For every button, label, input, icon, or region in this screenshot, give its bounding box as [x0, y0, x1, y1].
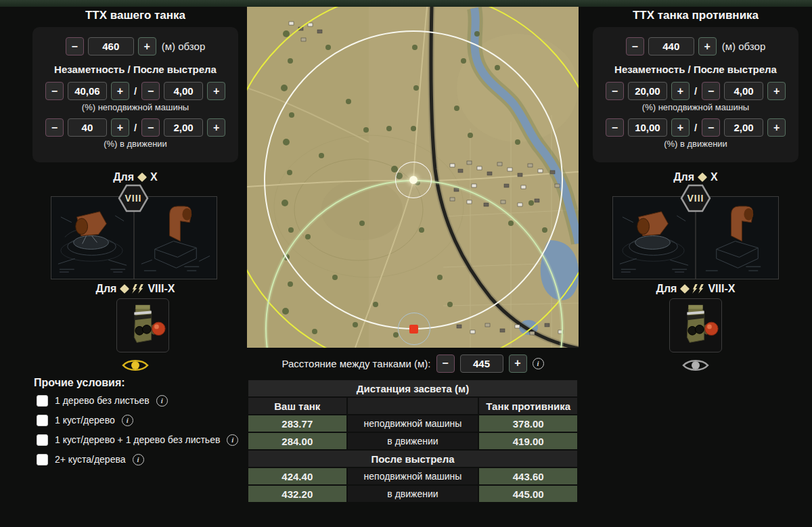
- your-stationary-aftershot-input[interactable]: 4,00: [164, 82, 203, 100]
- empty-column-header: [348, 398, 478, 414]
- for-label: Для: [96, 283, 117, 295]
- your-tank-stats-panel: − 460 + (м) обзор Незаметность / После в…: [32, 27, 238, 162]
- distance-plus-button[interactable]: +: [509, 354, 527, 373]
- your-view-range-input[interactable]: 460: [88, 37, 134, 55]
- enemy-equip-tier-x-line: Для X: [587, 171, 804, 183]
- enemy-tank-marker[interactable]: [409, 325, 418, 334]
- your-directive-thumbnail[interactable]: [116, 298, 169, 352]
- directive-item-icon: [670, 299, 721, 352]
- enemy-view-range-input[interactable]: 440: [648, 37, 694, 55]
- eye-active-icon: [120, 357, 150, 373]
- your-stationary-camo-plus-button[interactable]: +: [111, 82, 129, 100]
- enemy-stationary-camo-plus-button[interactable]: +: [671, 82, 690, 100]
- your-moving-aftershot-minus-button[interactable]: −: [141, 118, 160, 137]
- enemy-moving-camo-input[interactable]: 10,00: [628, 118, 667, 137]
- info-icon[interactable]: i: [533, 358, 544, 369]
- your-tank-marker[interactable]: [409, 176, 418, 184]
- enemy-stationary-caption: (%) неподвижной машины: [642, 102, 749, 112]
- table-row: 283.77 неподвижной машины 378.00: [248, 415, 577, 432]
- diamond-icon: [698, 173, 707, 182]
- table-title: Дистанция засвета (м): [248, 380, 577, 396]
- condition-checkbox-two-bushes[interactable]: [37, 454, 48, 465]
- your-stationary-camo-input[interactable]: 40,06: [68, 82, 107, 100]
- condition-row: 1 куст/дерево + 1 дерево без листьев i: [37, 433, 238, 446]
- your-moving-aftershot-plus-button[interactable]: +: [207, 118, 225, 137]
- enemy-stationary-camo-minus-button[interactable]: −: [606, 82, 624, 100]
- enemy-moving-caption: (%) в движении: [664, 139, 727, 149]
- enemy-view-range-plus-button[interactable]: +: [698, 37, 717, 55]
- info-icon[interactable]: i: [227, 434, 238, 446]
- enemy-tank-column-header: Танк противника: [479, 398, 577, 414]
- conditions-heading: Прочие условия:: [34, 377, 125, 389]
- tier-range-label: VIII-X: [148, 283, 175, 295]
- enemy-moving-camo-plus-button[interactable]: +: [671, 118, 690, 137]
- your-camo-heading: Незаметность / После выстрела: [54, 64, 217, 75]
- table-row: 284.00 в движении 419.00: [248, 433, 577, 449]
- your-stationary-aftershot-plus-button[interactable]: +: [207, 82, 225, 100]
- condition-row: 1 дерево без листьев i: [37, 394, 168, 407]
- your-moving-aftershot-input[interactable]: 2,00: [164, 118, 203, 137]
- condition-label: 1 дерево без листьев: [55, 395, 150, 406]
- your-view-range-minus-button[interactable]: −: [66, 37, 84, 55]
- your-moving-caption: (%) в движении: [104, 139, 167, 149]
- your-tank-column-header: Ваш танк: [248, 398, 346, 414]
- your-stationary-caption: (%) неподвижной машины: [82, 102, 189, 112]
- enemy-view-range-minus-button[interactable]: −: [626, 37, 644, 55]
- your-stationary-spot-value: 283.77: [248, 415, 346, 432]
- enemy-moving-aftershot-minus-button[interactable]: −: [702, 118, 720, 137]
- condition-checkbox-bush-tree[interactable]: [37, 415, 48, 426]
- after-shot-section-header: После выстрела: [248, 451, 577, 467]
- row-label: в движении: [348, 486, 478, 502]
- enemy-directive-thumbnail[interactable]: [669, 298, 722, 352]
- your-directive-tier-line: Для VIII-X: [27, 283, 244, 295]
- your-view-range-plus-button[interactable]: +: [138, 37, 156, 55]
- your-stationary-camo-minus-button[interactable]: −: [45, 82, 64, 100]
- enemy-stationary-aftershot-input[interactable]: 4,00: [724, 82, 763, 100]
- slash-separator: /: [694, 85, 697, 97]
- for-label: Для: [656, 283, 677, 295]
- your-moving-camo-minus-button[interactable]: −: [45, 118, 64, 137]
- enemy-stationary-aftershot-plus-button[interactable]: +: [767, 82, 786, 100]
- info-icon[interactable]: i: [133, 454, 144, 465]
- condition-label: 1 куст/дерево + 1 дерево без листьев: [55, 434, 220, 445]
- slash-separator: /: [134, 85, 137, 97]
- diamond-icon: [120, 284, 129, 294]
- eye-inactive-icon: [681, 357, 710, 373]
- enemy-moving-aftershot-input[interactable]: 2,00: [724, 118, 763, 137]
- your-spotting-eye-toggle[interactable]: [120, 357, 150, 376]
- condition-row: 2+ куста/дерева i: [37, 453, 144, 466]
- info-icon[interactable]: i: [156, 395, 168, 407]
- your-stationary-aftershot-minus-button[interactable]: −: [141, 82, 160, 100]
- enemy-stationary-aftershot-minus-button[interactable]: −: [702, 82, 720, 100]
- condition-checkbox-tree-no-leaves[interactable]: [37, 395, 48, 407]
- enemy-moving-spot-value: 419.00: [479, 433, 577, 449]
- row-label: неподвижной машины: [348, 468, 478, 484]
- tier-range-label: VIII-X: [708, 283, 735, 295]
- condition-checkbox-bush-plus-tree[interactable]: [37, 434, 48, 446]
- enemy-tank-stats-panel: − 440 + (м) обзор Незаметность / После в…: [593, 27, 798, 162]
- enemy-moving-camo-minus-button[interactable]: −: [606, 118, 624, 137]
- your-moving-camo-input[interactable]: 40: [68, 118, 107, 137]
- your-equip-tier-x-line: Для X: [27, 171, 244, 183]
- condition-label: 2+ куста/дерева: [55, 454, 126, 465]
- your-tank-title: ТТХ вашего танка: [27, 9, 244, 22]
- enemy-spotting-eye-toggle[interactable]: [681, 357, 710, 376]
- enemy-tank-title: ТТХ танка противника: [587, 9, 804, 22]
- enemy-aftershot-stationary-value: 443.60: [479, 468, 577, 484]
- table-row: 424.40 неподвижной машины 443.60: [248, 468, 577, 484]
- your-moving-camo-plus-button[interactable]: +: [111, 118, 129, 137]
- view-range-unit-label: (м) обзор: [162, 41, 205, 52]
- your-aftershot-stationary-value: 424.40: [248, 468, 346, 484]
- distance-label: Расстояние между танками (м):: [281, 358, 430, 369]
- enemy-stationary-camo-input[interactable]: 20,00: [628, 82, 667, 100]
- tier-badge-text: VIII: [687, 193, 704, 204]
- distance-input[interactable]: 445: [460, 354, 503, 373]
- condition-row: 1 куст/дерево i: [37, 413, 133, 427]
- diamond-icon: [137, 173, 147, 182]
- enemy-moving-aftershot-plus-button[interactable]: +: [767, 118, 786, 137]
- info-icon[interactable]: i: [122, 415, 133, 426]
- spotting-distance-table: Дистанция засвета (м) Ваш танк Танк прот…: [247, 379, 579, 503]
- enemy-aftershot-moving-value: 445.00: [479, 486, 577, 502]
- distance-minus-button[interactable]: −: [436, 354, 455, 373]
- battle-map: [247, 7, 579, 348]
